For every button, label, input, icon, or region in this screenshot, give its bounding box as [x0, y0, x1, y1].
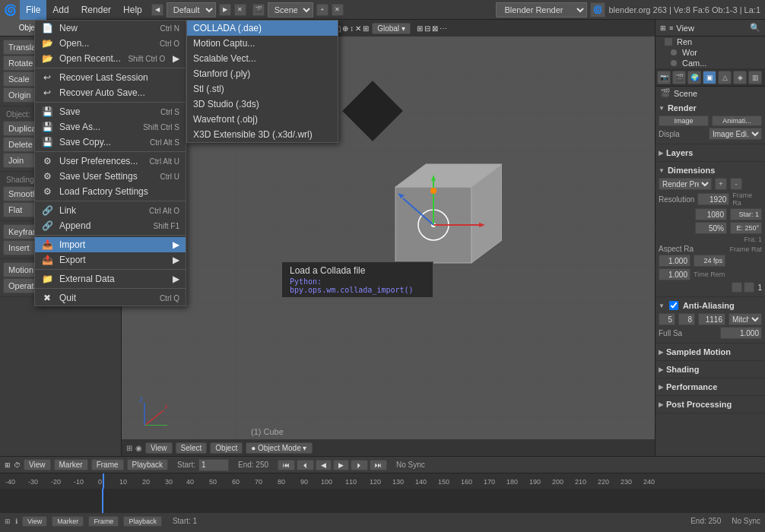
fm-quit[interactable]: ✖ Quit Ctrl Q	[35, 290, 186, 306]
display-dropdown[interactable]: Image Edi...	[709, 128, 762, 140]
status-frame-btn[interactable]: Frame	[88, 516, 119, 527]
outliner-view-btn[interactable]: View	[676, 24, 694, 33]
fm-save[interactable]: 💾 Save Ctrl S	[35, 104, 186, 119]
shading-header[interactable]: ▶ Shading	[659, 363, 762, 375]
pp-header[interactable]: ▶ Post Processing	[659, 398, 762, 410]
aspect-x-input[interactable]	[659, 255, 690, 267]
aa-filter-dropdown[interactable]: Mitch	[728, 313, 762, 325]
bottom-object-btn[interactable]: Object	[210, 442, 243, 454]
menu-render[interactable]: Render	[75, 0, 117, 20]
aa-val-3[interactable]	[698, 313, 725, 325]
tl-start-input[interactable]	[198, 459, 229, 471]
im-wavefront[interactable]: Wavefront (.obj)	[187, 112, 338, 127]
im-x3d[interactable]: X3D Extensible 3D (.x3d/.wrl)	[187, 127, 338, 142]
preset-add-btn[interactable]: +	[715, 178, 727, 190]
fm-open-recent[interactable]: 📂 Open Recent... Shift Ctrl O ▶	[35, 51, 186, 66]
fm-save-as[interactable]: 💾 Save As... Shift Ctrl S	[35, 119, 186, 135]
aspect-y-input[interactable]	[659, 268, 690, 280]
tl-to-start[interactable]: ⏮	[278, 460, 295, 470]
fm-recover-last[interactable]: ↩ Recover Last Session	[35, 70, 186, 85]
menu-help[interactable]: Help	[117, 0, 148, 20]
im-3ds[interactable]: 3D Studio (.3ds)	[187, 97, 338, 112]
layout-icon-right[interactable]: ▶	[219, 4, 231, 16]
sm-header[interactable]: ▶ Sampled Motion	[659, 346, 762, 358]
fm-save-copy[interactable]: 💾 Save Copy... Ctrl Alt S	[35, 135, 186, 150]
status-playback-btn[interactable]: Playback	[123, 516, 162, 527]
tab-world[interactable]: 🌍	[687, 71, 701, 84]
tl-play-rev[interactable]: ◀	[316, 460, 332, 470]
fm-load-factory[interactable]: ⚙ Load Factory Settings	[35, 184, 186, 199]
layout-icon-left[interactable]: ◀	[151, 4, 163, 16]
fm-new[interactable]: 📄 New Ctrl N	[35, 21, 186, 36]
bottom-view-btn[interactable]: View	[145, 442, 173, 454]
fm-link[interactable]: 🔗 Link Ctrl Alt O	[35, 203, 186, 218]
e-input[interactable]	[730, 222, 762, 234]
tab-scene[interactable]: 🎬	[672, 71, 686, 84]
tl-prev-frame[interactable]: ⏴	[297, 460, 314, 470]
search-icon[interactable]: 🔍	[750, 23, 760, 33]
preset-del-btn[interactable]: -	[730, 178, 742, 190]
full-sa-input[interactable]	[720, 327, 762, 339]
ruler-svg: -40 -30 -20 -10 0 10 20 30 40 50 60 70 8…	[2, 473, 763, 489]
image-render-btn[interactable]: Image	[659, 116, 709, 126]
scene-add-btn[interactable]: +	[316, 4, 329, 16]
pp-label: Post Processing	[666, 400, 732, 409]
im-scalable-vec[interactable]: Scalable Vect...	[187, 51, 338, 66]
fm-append[interactable]: 🔗 Append Shift F1	[35, 218, 186, 233]
tab-render[interactable]: 📷	[657, 71, 671, 84]
fm-recover-auto[interactable]: ↩ Recover Auto Save...	[35, 85, 186, 100]
tl-marker-btn[interactable]: Marker	[54, 459, 88, 470]
global-selector[interactable]: Global ▾	[372, 23, 411, 34]
tl-frame-btn[interactable]: Frame	[91, 459, 124, 470]
perf-header[interactable]: ▶ Performance	[659, 381, 762, 393]
fps-input[interactable]	[694, 255, 725, 267]
aa-val-1[interactable]	[659, 313, 675, 325]
aa-checkbox[interactable]	[669, 301, 678, 310]
fm-external-data[interactable]: 📁 External Data ▶	[35, 271, 186, 287]
add-layout-btn[interactable]: ✕	[234, 4, 246, 16]
layout-selector[interactable]: Default	[167, 2, 216, 17]
layers-header[interactable]: ▶ Layers	[659, 147, 762, 159]
aa-header[interactable]: ▼ Anti-Aliasing	[659, 299, 762, 312]
bottom-select-btn[interactable]: Select	[176, 442, 208, 454]
tl-next-frame[interactable]: ⏵	[351, 460, 368, 470]
fm-user-prefs[interactable]: ⚙ User Preferences... Ctrl Alt U	[35, 154, 186, 169]
preset-dropdown[interactable]: Render Pre	[659, 178, 712, 190]
tl-play[interactable]: ▶	[333, 460, 349, 470]
im-collada[interactable]: COLLADA (.dae)	[187, 21, 338, 36]
save-icon: 💾	[41, 106, 53, 117]
bottom-mode-selector[interactable]: ● Object Mode ▾	[246, 442, 312, 454]
status-view-btn[interactable]: View	[22, 516, 47, 527]
res-y-input[interactable]	[695, 208, 727, 220]
fm-open[interactable]: 📂 Open... Ctrl O	[35, 36, 186, 51]
dimensions-header[interactable]: ▼ Dimensions	[659, 164, 762, 176]
tab-mesh[interactable]: △	[718, 71, 732, 84]
fm-export[interactable]: 📤 Export ▶	[35, 252, 186, 268]
star-input[interactable]	[730, 208, 762, 220]
tl-playback-btn[interactable]: Playback	[127, 459, 169, 470]
tl-view-btn[interactable]: View	[24, 459, 51, 470]
world-dot	[671, 49, 677, 55]
im-stl[interactable]: Stl (.stl)	[187, 81, 338, 97]
menu-add[interactable]: Add	[46, 0, 75, 20]
render-section-header[interactable]: ▼ Render	[659, 102, 762, 114]
tl-to-end[interactable]: ⏭	[370, 460, 387, 470]
aa-val-2[interactable]	[678, 313, 695, 325]
fm-import[interactable]: 📥 Import ▶	[35, 237, 186, 252]
im-stanford[interactable]: Stanford (.ply)	[187, 66, 338, 81]
status-marker-btn[interactable]: Marker	[52, 516, 84, 527]
animation-render-btn[interactable]: Animati...	[712, 116, 762, 126]
im-motion-capture[interactable]: Motion Captu...	[187, 36, 338, 51]
tab-texture[interactable]: ▥	[748, 71, 762, 84]
scene-selector[interactable]: Scene	[268, 2, 313, 17]
res-x-input[interactable]	[697, 193, 729, 205]
engine-selector[interactable]: Blender Render	[496, 2, 587, 17]
tab-material[interactable]: ◈	[733, 71, 747, 84]
menu-file[interactable]: File	[20, 0, 46, 20]
pct-input[interactable]	[695, 222, 727, 234]
scene-close-btn[interactable]: ✕	[332, 4, 344, 16]
render-triangle: ▼	[659, 105, 665, 112]
fm-save-user[interactable]: ⚙ Save User Settings Ctrl U	[35, 169, 186, 184]
timeline-body[interactable]: -40 -30 -20 -10 0 10 20 30 40 50 60 70 8…	[0, 473, 765, 513]
tab-object-props[interactable]: ▣	[703, 71, 716, 84]
